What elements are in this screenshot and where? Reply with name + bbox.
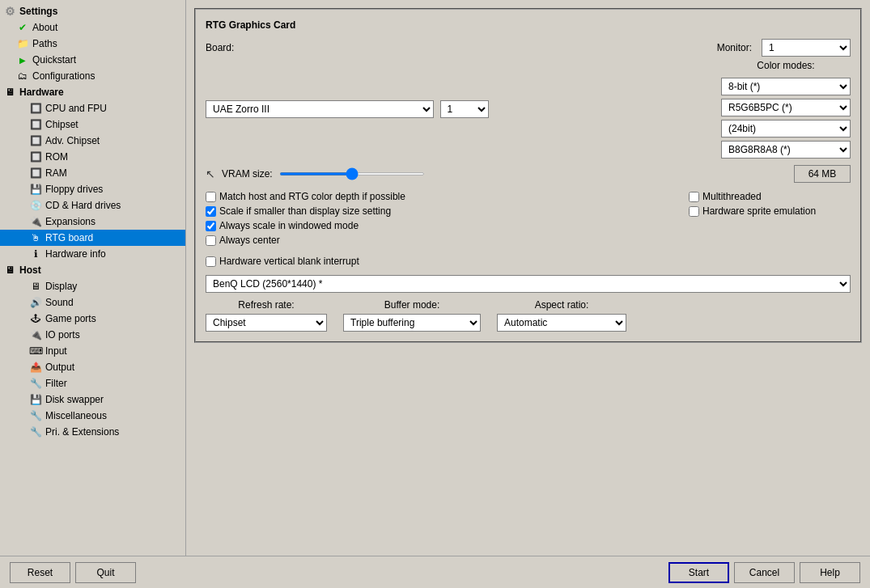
aspect-ratio-select[interactable]: Automatic 4:3 16:9 Custom [497,314,626,332]
filter-icon: 🔧 [29,377,42,390]
monitor-select[interactable]: 1 2 3 4 [762,39,851,57]
help-button[interactable]: Help [800,562,860,583]
color-mode-2[interactable]: R5G6B5PC (*) [721,99,851,116]
sidebar-item-output[interactable]: 📤 Output [0,359,185,375]
disk-swapper-icon: 💾 [29,393,42,406]
ram-icon: 🔲 [29,167,42,180]
hw-info-icon: ℹ [29,247,42,260]
sidebar-item-pri-extensions[interactable]: 🔧 Pri. & Extensions [0,424,185,440]
always-center-checkbox[interactable] [206,235,216,246]
sidebar-item-hardware-info[interactable]: ℹ Hardware info [0,246,185,262]
sidebar-item-io-ports[interactable]: 🔌 IO ports [0,327,185,343]
panel-title: RTG Graphics Card [206,19,851,31]
sidebar-host-group: 🖥 Host [0,262,185,278]
checkbox-multithreaded: Multithreaded [689,191,851,202]
always-scale-label[interactable]: Always scale in windowed mode [219,220,359,231]
checkbox-always-center: Always center [206,235,673,246]
paths-icon: 📁 [16,37,29,50]
reset-button[interactable]: Reset [10,562,70,583]
output-icon: 📤 [29,361,42,374]
multithreaded-checkbox[interactable] [689,192,699,202]
buffer-mode-label: Buffer mode: [343,299,481,311]
footer-left-buttons: Reset Quit [10,562,664,583]
color-mode-1[interactable]: 8-bit (*) [721,78,851,95]
vram-label: VRAM size: [222,168,273,180]
sidebar-item-floppy[interactable]: 💾 Floppy drives [0,181,185,197]
monitor-label: Monitor: [717,42,752,53]
match-host-checkbox[interactable] [206,192,216,202]
always-scale-checkbox[interactable] [206,221,216,231]
sidebar-item-display[interactable]: 🖥 Display [0,278,185,294]
aspect-ratio-label: Aspect ratio: [497,299,626,311]
checkbox-hw-sprite: Hardware sprite emulation [689,205,851,217]
monitor-num-select[interactable]: 1 2 3 [440,100,489,118]
checkbox-scale-smaller: Scale if smaller than display size setti… [206,205,673,217]
vram-slider[interactable] [279,172,425,176]
sidebar-item-ram[interactable]: 🔲 RAM [0,165,185,181]
buffer-mode-select[interactable]: No buffer Single buffer Double buffering… [343,314,481,332]
sidebar-item-filter[interactable]: 🔧 Filter [0,375,185,391]
sidebar-item-expansions[interactable]: 🔌 Expansions [0,214,185,230]
vram-value-display[interactable]: 64 MB [794,165,851,183]
checkbox-always-scale: Always scale in windowed mode [206,220,673,231]
sidebar-item-about[interactable]: ✔ About [0,19,185,36]
sidebar-item-disk-swapper[interactable]: 💾 Disk swapper [0,391,185,408]
vram-row: ↖ VRAM size: 64 MB [206,165,851,183]
hw-vblank-label[interactable]: Hardware vertical blank interrupt [219,256,359,267]
sidebar-item-sound[interactable]: 🔊 Sound [0,294,185,311]
sidebar-settings-title: ⚙ Settings [0,3,185,19]
sidebar-item-configurations[interactable]: 🗂 Configurations [0,68,185,84]
pri-icon: 🔧 [29,425,42,438]
sidebar-hardware-group: 🖥 Hardware [0,84,185,100]
floppy-icon: 💾 [29,183,42,196]
board-dropdown[interactable]: UAE Zorro III UAE Zorro II Picasso II [206,100,434,118]
sidebar: ⚙ Settings ✔ About 📁 Paths ▶ Quickstart … [0,0,186,556]
multithreaded-label[interactable]: Multithreaded [702,191,762,202]
hw-sprite-label[interactable]: Hardware sprite emulation [702,205,816,217]
vram-slider-container [279,172,787,176]
checkbox-hw-vblank: Hardware vertical blank interrupt [206,256,851,267]
display-dropdown-row: BenQ LCD (2560*1440) * Default Monitor [206,275,851,293]
color-mode-3[interactable]: (24bit) [721,120,851,137]
sidebar-item-cpu-fpu[interactable]: 🔲 CPU and FPU [0,100,185,116]
cursor-indicator: ↖ [206,167,215,180]
scale-smaller-checkbox[interactable] [206,206,216,217]
sidebar-item-input[interactable]: ⌨ Input [0,343,185,359]
hardware-icon: 🖥 [3,86,16,99]
sidebar-item-game-ports[interactable]: 🕹 Game ports [0,311,185,327]
sidebar-item-hd[interactable]: 💿 CD & Hard drives [0,197,185,214]
sidebar-item-quickstart[interactable]: ▶ Quickstart [0,52,185,68]
quickstart-icon: ▶ [16,53,29,66]
rtg-panel: RTG Graphics Card Board: Monitor: 1 2 3 … [194,8,862,343]
start-button[interactable]: Start [668,562,729,583]
board-monitor-labels: Board: Monitor: 1 2 3 4 [206,39,851,57]
adv-chipset-icon: 🔲 [29,134,42,147]
color-mode-4[interactable]: B8G8R8A8 (*) [721,141,851,159]
sidebar-item-rom[interactable]: 🔲 ROM [0,149,185,165]
refresh-rate-select[interactable]: Chipset Host PAL NTSC [206,314,327,332]
always-center-label[interactable]: Always center [219,235,280,246]
sidebar-item-paths[interactable]: 📁 Paths [0,36,185,52]
hw-sprite-checkbox[interactable] [689,206,699,217]
scale-smaller-label[interactable]: Scale if smaller than display size setti… [219,205,391,217]
checkboxes-area: Match host and RTG color depth if possib… [206,191,851,249]
color-modes-title: Color modes: [721,60,851,71]
chipset-icon: 🔲 [29,118,42,131]
content-area: RTG Graphics Card Board: Monitor: 1 2 3 … [186,0,870,556]
settings-icon: ⚙ [3,5,16,18]
sidebar-item-chipset[interactable]: 🔲 Chipset [0,116,185,133]
input-icon: ⌨ [29,345,42,357]
cancel-button[interactable]: Cancel [734,562,795,583]
sidebar-item-rtg-board[interactable]: 🖱 RTG board [0,230,185,246]
display-select[interactable]: BenQ LCD (2560*1440) * Default Monitor [206,275,851,293]
color-modes-section: Color modes: 8-bit (*) R5G6B5PC (*) (24b… [721,60,851,159]
aspect-ratio-group: Aspect ratio: Automatic 4:3 16:9 Custom [497,299,626,332]
cpu-icon: 🔲 [29,102,42,115]
misc-icon: 🔧 [29,409,42,422]
match-host-label[interactable]: Match host and RTG color depth if possib… [219,191,405,202]
quit-button[interactable]: Quit [75,562,136,583]
sidebar-item-adv-chipset[interactable]: 🔲 Adv. Chipset [0,133,185,149]
io-icon: 🔌 [29,328,42,341]
sidebar-item-miscellaneous[interactable]: 🔧 Miscellaneous [0,408,185,424]
hw-vblank-checkbox[interactable] [206,256,216,267]
